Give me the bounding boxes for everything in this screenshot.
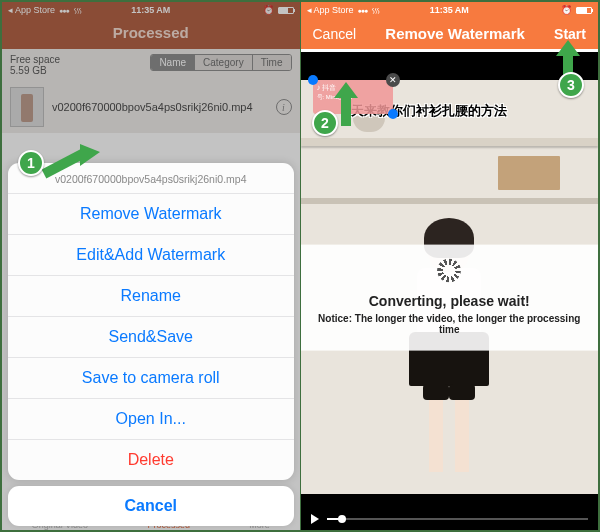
converting-title: Converting, please wait!	[311, 293, 589, 309]
back-to-app[interactable]: ◂ App Store	[307, 5, 354, 15]
video-progress-bar[interactable]	[301, 508, 599, 530]
play-icon[interactable]	[311, 514, 319, 524]
sheet-save-camera-roll[interactable]: Save to camera roll	[8, 358, 294, 399]
callout-badge-1: 1	[18, 150, 44, 176]
spinner-icon	[437, 259, 461, 283]
sheet-send-save[interactable]: Send&Save	[8, 317, 294, 358]
callout-arrow-1	[40, 144, 100, 180]
callout-arrow-2	[334, 82, 364, 128]
sheet-rename[interactable]: Rename	[8, 276, 294, 317]
clock: 11:35 AM	[430, 5, 469, 15]
sheet-open-in[interactable]: Open In...	[8, 399, 294, 440]
converting-notice: Notice: The longer the video, the longer…	[311, 313, 589, 335]
battery-icon	[576, 7, 592, 14]
callout-badge-2: 2	[312, 110, 338, 136]
callout-badge-3: 3	[558, 72, 584, 98]
resize-handle-tl[interactable]	[308, 75, 318, 85]
resize-handle-br[interactable]	[388, 109, 398, 119]
signal-icon	[358, 5, 368, 15]
action-sheet: v0200f670000bpov5a4ps0srikj26ni0.mp4 Rem…	[8, 163, 294, 526]
scrubber[interactable]	[327, 518, 589, 520]
sheet-remove-watermark[interactable]: Remove Watermark	[8, 194, 294, 235]
douyin-icon: ♪	[317, 84, 321, 92]
wifi-icon	[371, 5, 381, 16]
converting-overlay: Converting, please wait! Notice: The lon…	[301, 245, 599, 351]
sheet-delete[interactable]: Delete	[8, 440, 294, 480]
alarm-icon: ⏰	[561, 5, 572, 15]
page-title: Remove Watermark	[385, 25, 525, 42]
delete-selection-icon[interactable]: ✕	[386, 73, 400, 87]
sheet-edit-add-watermark[interactable]: Edit&Add Watermark	[8, 235, 294, 276]
sheet-cancel[interactable]: Cancel	[8, 486, 294, 526]
cancel-button[interactable]: Cancel	[313, 26, 357, 42]
